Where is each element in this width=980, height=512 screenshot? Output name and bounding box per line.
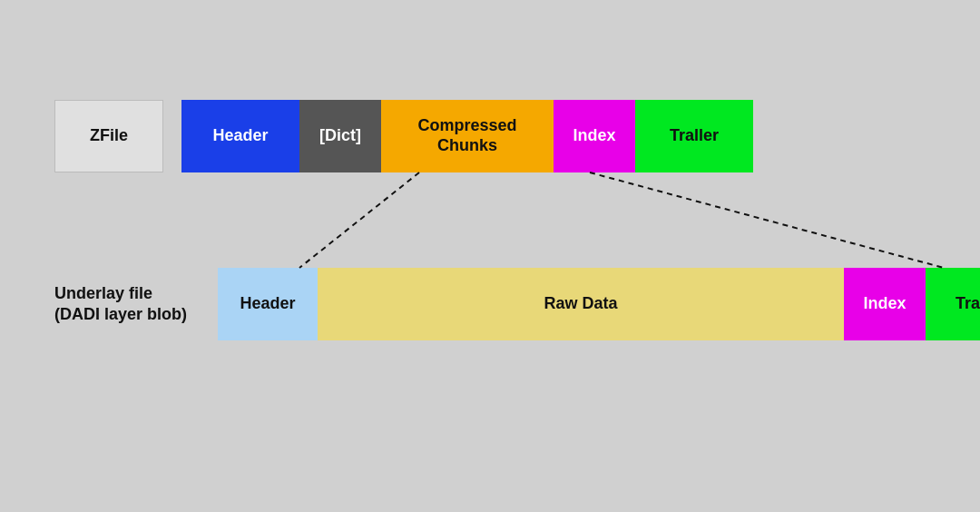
svg-line-1: [590, 172, 944, 268]
zfile-label: ZFile: [54, 100, 163, 172]
underlay-row: Underlay file(DADI layer blob) Header Ra…: [54, 268, 980, 340]
raw-data-block: Raw Data: [318, 268, 844, 340]
compressed-chunks-block: CompressedChunks: [381, 100, 554, 172]
traller-block-bottom: Traller: [926, 268, 980, 340]
connector-lines: [0, 0, 980, 512]
zfile-row: ZFile Header [Dict] CompressedChunks Ind…: [54, 100, 753, 172]
index-block-bottom: Index: [844, 268, 926, 340]
traller-block-top: Traller: [635, 100, 753, 172]
diagram-container: ZFile Header [Dict] CompressedChunks Ind…: [0, 0, 980, 512]
index-block-top: Index: [554, 100, 635, 172]
header-block-top: Header: [181, 100, 299, 172]
dict-block: [Dict]: [299, 100, 381, 172]
underlay-label: Underlay file(DADI layer blob): [54, 283, 200, 326]
header-block-bottom: Header: [218, 268, 318, 340]
svg-line-0: [299, 172, 419, 268]
